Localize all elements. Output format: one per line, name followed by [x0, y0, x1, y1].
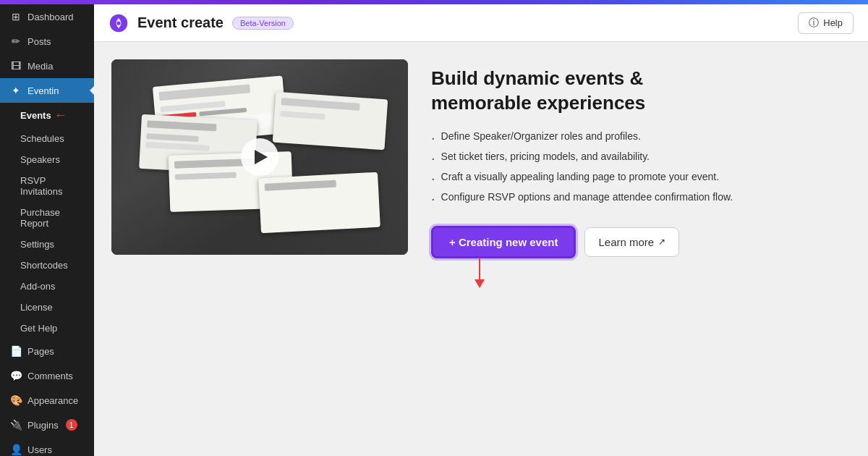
dashboard-icon: ⊞ [10, 11, 22, 22]
help-circle-icon: ⓘ [809, 17, 819, 30]
sidebar-item-dashboard[interactable]: ⊞ Dashboard [0, 4, 94, 29]
sidebar-label-media: Media [27, 61, 53, 72]
sidebar-item-comments[interactable]: 💬 Comments [0, 363, 94, 388]
feature-text-2: Set ticket tiers, pricing models, and av… [441, 151, 650, 162]
sidebar-item-appearance[interactable]: 🎨 Appearance [0, 388, 94, 413]
comments-icon: 💬 [10, 370, 22, 381]
create-event-button[interactable]: + Creating new event [431, 226, 576, 258]
sidebar-item-posts[interactable]: ✏ Posts [0, 29, 94, 54]
help-button[interactable]: ⓘ Help [798, 12, 854, 34]
feature-list: Define Speaker/Organizer roles and profi… [431, 127, 851, 208]
feature-text-1: Define Speaker/Organizer roles and profi… [441, 130, 641, 142]
sidebar-item-plugins[interactable]: 🔌 Plugins 1 [0, 413, 94, 437]
media-icon: 🎞 [10, 60, 22, 72]
plugins-icon: 🔌 [10, 419, 22, 431]
submenu-gethelp-label: Get Help [20, 323, 57, 334]
sidebar-submenu-addons[interactable]: Add-ons [0, 276, 94, 297]
sidebar-submenu-events[interactable]: Events ← [0, 103, 94, 128]
sidebar-label-posts: Posts [27, 36, 51, 47]
header-left: Event create Beta-Version [109, 13, 294, 33]
boarding-card-5 [258, 172, 380, 234]
sidebar-submenu-settings[interactable]: Settings [0, 234, 94, 255]
app-body: ⊞ Dashboard ✏ Posts 🎞 Media ✦ Eventin Ev… [0, 4, 868, 456]
appearance-icon: 🎨 [10, 394, 22, 406]
submenu-schedules-label: Schedules [20, 133, 64, 144]
pages-icon: 📄 [10, 345, 22, 357]
content-area: 2310 63K E [94, 42, 868, 276]
sidebar-submenu-schedules[interactable]: Schedules [0, 128, 94, 149]
sidebar-label-dashboard: Dashboard [27, 12, 74, 22]
submenu-purchase-label: Purchase Report [20, 207, 84, 229]
plugins-badge: 1 [66, 419, 77, 431]
video-play-button[interactable] [241, 138, 278, 176]
create-event-label: + Creating new event [449, 236, 558, 248]
sidebar-submenu-speakers[interactable]: Speakers [0, 149, 94, 170]
eventin-submenu: Events ← Schedules Speakers RSVP Invitat… [0, 103, 94, 339]
feature-item-1: Define Speaker/Organizer roles and profi… [431, 127, 851, 148]
learn-more-button[interactable]: Learn more ↗ [584, 227, 679, 257]
eventin-icon: ✦ [10, 85, 22, 96]
external-link-icon: ↗ [658, 237, 665, 247]
page-title: Event create [137, 14, 224, 31]
boarding-card-4 [273, 92, 388, 151]
feature-item-4: Configure RSVP options and manage attend… [431, 188, 851, 208]
submenu-settings-label: Settings [20, 239, 54, 250]
main-headline: Build dynamic events & memorable experie… [431, 67, 851, 116]
sidebar: ⊞ Dashboard ✏ Posts 🎞 Media ✦ Eventin Ev… [0, 4, 94, 456]
help-label: Help [823, 17, 843, 28]
arrow-head [475, 279, 485, 288]
headline-line1: Build dynamic events & [431, 67, 643, 89]
submenu-events-label: Events [20, 110, 51, 121]
main-content: Event create Beta-Version ⓘ Help [94, 4, 868, 456]
annotation-arrow [475, 258, 485, 288]
eventin-logo-icon [109, 13, 129, 33]
sidebar-label-appearance: Appearance [27, 395, 78, 406]
sidebar-label-comments: Comments [27, 371, 73, 381]
learn-more-label: Learn more [598, 236, 654, 248]
users-icon: 👤 [10, 444, 22, 455]
feature-item-3: Craft a visually appealing landing page … [431, 168, 851, 188]
feature-text-4: Configure RSVP options and manage attend… [441, 191, 733, 203]
sidebar-item-eventin[interactable]: ✦ Eventin [0, 78, 94, 103]
arrow-line [479, 258, 480, 279]
sidebar-label-users: Users [27, 444, 52, 455]
video-container[interactable]: 2310 63K E [111, 59, 408, 255]
sidebar-item-media[interactable]: 🎞 Media [0, 54, 94, 78]
sidebar-label-plugins: Plugins [27, 420, 59, 431]
sidebar-label-pages: Pages [27, 346, 54, 357]
svg-point-1 [116, 21, 120, 25]
beta-badge: Beta-Version [232, 17, 294, 30]
headline-line2: memorable experiences [431, 92, 645, 114]
sidebar-submenu-rsvp[interactable]: RSVP Invitations [0, 170, 94, 202]
submenu-addons-label: Add-ons [20, 281, 55, 292]
sidebar-submenu-purchase[interactable]: Purchase Report [0, 202, 94, 234]
main-header: Event create Beta-Version ⓘ Help [94, 4, 868, 42]
submenu-license-label: License [20, 302, 53, 313]
sidebar-submenu-gethelp[interactable]: Get Help [0, 318, 94, 339]
sidebar-label-eventin: Eventin [27, 85, 59, 96]
right-content: Build dynamic events & memorable experie… [431, 59, 851, 258]
red-arrow-down [475, 258, 485, 288]
sidebar-submenu-license[interactable]: License [0, 297, 94, 318]
submenu-speakers-label: Speakers [20, 154, 60, 165]
feature-item-2: Set ticket tiers, pricing models, and av… [431, 148, 851, 168]
sidebar-submenu-shortcodes[interactable]: Shortcodes [0, 255, 94, 276]
sidebar-item-pages[interactable]: 📄 Pages [0, 339, 94, 363]
submenu-shortcodes-label: Shortcodes [20, 260, 68, 271]
play-triangle-icon [255, 150, 268, 164]
action-buttons: + Creating new event Learn more ↗ [431, 226, 851, 258]
feature-text-3: Craft a visually appealing landing page … [441, 171, 719, 182]
sidebar-item-users[interactable]: 👤 Users [0, 437, 94, 456]
submenu-rsvp-label: RSVP Invitations [20, 175, 84, 197]
posts-icon: ✏ [10, 35, 22, 47]
events-arrow: ← [54, 108, 67, 123]
